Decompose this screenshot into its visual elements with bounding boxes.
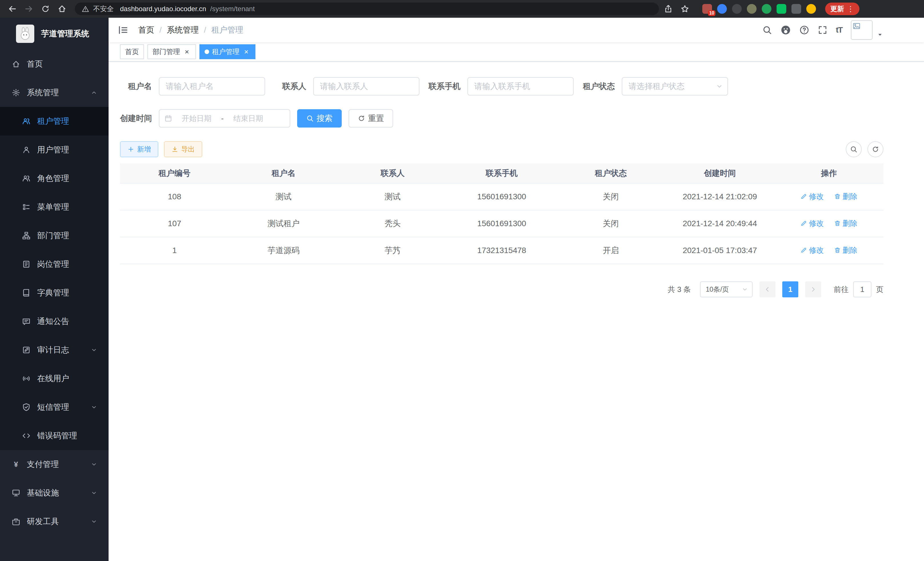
sidebar-item-user[interactable]: 用户管理 bbox=[0, 135, 109, 164]
fullscreen-icon[interactable] bbox=[818, 25, 827, 35]
toggle-search-button[interactable] bbox=[846, 141, 862, 157]
phone-input[interactable] bbox=[467, 77, 574, 96]
tenant-name-input[interactable] bbox=[159, 77, 265, 96]
search-icon bbox=[306, 115, 314, 122]
extension-icon-6[interactable] bbox=[777, 4, 786, 14]
extension-icon-5[interactable] bbox=[762, 4, 771, 14]
next-page-button[interactable] bbox=[805, 281, 821, 297]
search-button[interactable]: 搜索 bbox=[297, 109, 342, 128]
date-range-picker[interactable]: - bbox=[159, 109, 290, 128]
delete-link[interactable]: 删除 bbox=[834, 218, 857, 229]
reset-button[interactable]: 重置 bbox=[349, 109, 393, 128]
bookmark-star-icon[interactable] bbox=[678, 2, 692, 16]
sidebar-item-payment[interactable]: ¥ 支付管理 bbox=[0, 450, 109, 479]
app-logo-row[interactable]: 芋道管理系统 bbox=[0, 18, 109, 50]
date-start-input[interactable] bbox=[174, 114, 219, 123]
sidebar-item-infrastructure[interactable]: 基础设施 bbox=[0, 479, 109, 507]
extension-icon-3[interactable] bbox=[732, 4, 742, 14]
edit-link[interactable]: 修改 bbox=[800, 192, 824, 202]
contact-input[interactable] bbox=[313, 77, 419, 96]
dictionary-icon bbox=[22, 288, 31, 297]
page-number-button[interactable]: 1 bbox=[782, 281, 798, 297]
extension-icon-4[interactable] bbox=[747, 4, 757, 14]
page-unit-label: 页 bbox=[876, 284, 884, 295]
edit-link[interactable]: 修改 bbox=[800, 245, 824, 255]
sidebar-item-dict[interactable]: 字典管理 bbox=[0, 278, 109, 307]
hamburger-icon[interactable] bbox=[118, 25, 129, 35]
edit-icon bbox=[800, 220, 807, 227]
create-time-label: 创建时间 bbox=[120, 113, 152, 124]
edit-link-label: 修改 bbox=[809, 218, 824, 229]
avatar-caret-icon[interactable] bbox=[877, 32, 883, 38]
font-size-icon[interactable]: tT bbox=[836, 26, 842, 35]
tabs-bar: 首页 部门管理 × 租户管理 × bbox=[109, 42, 924, 62]
sidebar-item-tenant[interactable]: 租户管理 bbox=[0, 107, 109, 135]
browser-back-icon[interactable] bbox=[5, 2, 20, 16]
filter-phone: 联系手机 bbox=[429, 77, 574, 96]
sidebar-item-label: 首页 bbox=[27, 59, 43, 69]
browser-reload-icon[interactable] bbox=[38, 2, 52, 16]
page-size-select[interactable]: 10条/页 bbox=[700, 281, 753, 297]
browser-menu-dots-icon[interactable]: ⋮ bbox=[847, 5, 854, 14]
delete-link[interactable]: 删除 bbox=[834, 192, 857, 202]
sidebar-item-online-users[interactable]: 在线用户 bbox=[0, 364, 109, 393]
tab-tenant[interactable]: 租户管理 × bbox=[200, 44, 255, 59]
help-icon[interactable] bbox=[800, 25, 809, 35]
close-icon[interactable]: × bbox=[183, 48, 191, 56]
browser-address-bar[interactable]: 不安全 dashboard.yudao.iocoder.cn/system/te… bbox=[75, 3, 659, 15]
sidebar-item-audit-log[interactable]: 审计日志 bbox=[0, 336, 109, 364]
sidebar-item-error-code[interactable]: 错误码管理 bbox=[0, 421, 109, 450]
sidebar-item-label: 部门管理 bbox=[37, 230, 69, 241]
total-count: 共 3 条 bbox=[668, 284, 691, 295]
sidebar-item-sms[interactable]: 短信管理 bbox=[0, 393, 109, 421]
export-button[interactable]: 导出 bbox=[164, 141, 202, 157]
prev-page-button[interactable] bbox=[759, 281, 776, 297]
sidebar-item-system[interactable]: 系统管理 bbox=[0, 78, 109, 107]
cell-tenant-id: 1 bbox=[120, 246, 229, 255]
breadcrumb-home[interactable]: 首页 bbox=[138, 25, 154, 35]
cell-tenant-name: 测试 bbox=[229, 191, 338, 202]
sidebar-item-role[interactable]: 角色管理 bbox=[0, 164, 109, 193]
sidebar-item-dev-tools[interactable]: 研发工具 bbox=[0, 507, 109, 536]
github-icon[interactable] bbox=[781, 25, 791, 35]
screen: 不安全 dashboard.yudao.iocoder.cn/system/te… bbox=[0, 0, 924, 561]
goto-page-input[interactable] bbox=[853, 281, 872, 297]
sidebar-item-label: 通知公告 bbox=[37, 316, 69, 327]
browser-forward-icon[interactable] bbox=[22, 2, 36, 16]
breadcrumb-separator: / bbox=[159, 26, 162, 35]
chevron-up-icon bbox=[91, 89, 97, 96]
sidebar-item-post[interactable]: 岗位管理 bbox=[0, 250, 109, 278]
refresh-table-button[interactable] bbox=[867, 141, 884, 157]
search-icon[interactable] bbox=[762, 25, 772, 35]
edit-link[interactable]: 修改 bbox=[800, 218, 824, 229]
add-button[interactable]: 新增 bbox=[120, 141, 158, 157]
extension-icon-2[interactable] bbox=[717, 4, 727, 14]
tab-home[interactable]: 首页 bbox=[120, 44, 144, 59]
sidebar-item-home[interactable]: 首页 bbox=[0, 50, 109, 78]
breadcrumb-separator: / bbox=[204, 26, 206, 35]
home-icon bbox=[11, 59, 21, 69]
share-icon[interactable] bbox=[661, 2, 675, 16]
error-code-icon bbox=[22, 431, 31, 440]
extension-icon-8[interactable] bbox=[806, 4, 816, 14]
browser-home-icon[interactable] bbox=[55, 2, 69, 16]
tab-dept[interactable]: 部门管理 × bbox=[147, 44, 196, 59]
cell-create-time: 2021-12-14 21:02:09 bbox=[665, 192, 775, 201]
status-select[interactable]: 请选择租户状态 bbox=[622, 77, 728, 96]
sidebar-item-label: 系统管理 bbox=[27, 87, 59, 98]
sidebar-item-menu[interactable]: 菜单管理 bbox=[0, 193, 109, 221]
date-end-input[interactable] bbox=[226, 114, 271, 123]
security-warning-icon[interactable] bbox=[82, 5, 89, 13]
close-icon[interactable]: × bbox=[242, 48, 250, 56]
pagination: 共 3 条 10条/页 1 前往 页 bbox=[120, 281, 884, 297]
extension-icon-7[interactable] bbox=[791, 4, 801, 14]
sidebar-item-notice[interactable]: 通知公告 bbox=[0, 307, 109, 336]
sidebar-item-dept[interactable]: 部门管理 bbox=[0, 221, 109, 250]
security-label[interactable]: 不安全 bbox=[93, 4, 114, 14]
breadcrumb-system[interactable]: 系统管理 bbox=[167, 25, 199, 35]
browser-update-button[interactable]: 更新 ⋮ bbox=[825, 3, 860, 15]
sidebar-item-label: 菜单管理 bbox=[37, 202, 69, 212]
extension-icon-1[interactable]: 10 bbox=[702, 4, 712, 14]
delete-link[interactable]: 删除 bbox=[834, 245, 857, 255]
user-avatar[interactable] bbox=[851, 20, 873, 40]
